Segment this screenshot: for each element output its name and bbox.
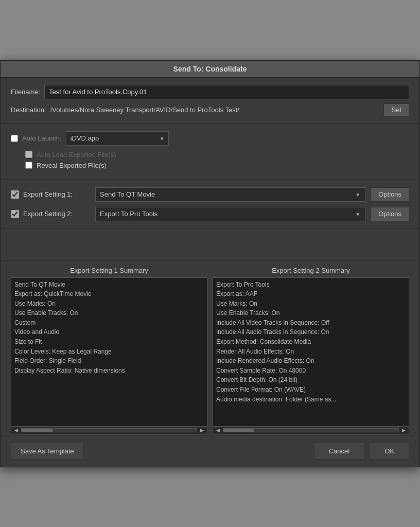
scroll-track-2[interactable]: [223, 428, 399, 432]
destination-label: Destination:: [11, 106, 46, 114]
set-button[interactable]: Set: [383, 103, 409, 116]
scroll-right-1-icon[interactable]: ▶: [198, 428, 206, 433]
scroll-thumb-1[interactable]: [22, 429, 52, 432]
scroll-thumb-2[interactable]: [223, 429, 254, 432]
export-setting-2-label: Export Setting 2:: [23, 210, 90, 218]
summary-2-line: Convert Sample Rate: On 48000: [216, 366, 406, 376]
filename-input[interactable]: [44, 85, 409, 99]
summary-1-box[interactable]: Send To QT MovieExport as: QuickTime Mov…: [11, 277, 207, 427]
summary-2-line: Export as: AAF: [216, 289, 406, 299]
summary-1-line: Use Enable Tracks: On: [14, 308, 204, 318]
summary-2-line: Export To Pro Tools: [216, 280, 406, 290]
summary-1-line: Custom: [14, 318, 204, 328]
summary-1-line: Video and Audio: [14, 327, 204, 337]
summary-2-scrollbar[interactable]: ◀ ▶: [213, 427, 409, 435]
ok-button[interactable]: OK: [370, 443, 409, 460]
export-setting-1-label: Export Setting 1:: [23, 190, 90, 198]
export-setting-2-options-button[interactable]: Options: [371, 207, 409, 221]
summary-1-line: Send To QT Movie: [14, 280, 204, 290]
scroll-track-1[interactable]: [21, 428, 197, 432]
summary-panel-1: Export Setting 1 Summary Send To QT Movi…: [11, 267, 207, 435]
export-setting-1-dropdown[interactable]: Send To QT Movie: [95, 187, 365, 202]
save-as-template-button[interactable]: Save As Template: [11, 443, 84, 460]
summary-2-line: Convert Bit Depth: On (24 bit): [216, 375, 406, 385]
scroll-right-2-icon[interactable]: ▶: [400, 428, 408, 433]
export-setting-1-options-button[interactable]: Options: [371, 187, 409, 202]
scroll-left-2-icon[interactable]: ◀: [214, 428, 222, 433]
summary-2-line: Convert File Format: On (WAVE): [216, 385, 406, 395]
summary-1-scrollbar[interactable]: ◀ ▶: [11, 427, 207, 435]
cancel-button[interactable]: Cancel: [314, 443, 364, 460]
summary-1-line: Color Levels: Keep as Legal Range: [14, 347, 204, 357]
summary-1-title: Export Setting 1 Summary: [11, 267, 207, 274]
summary-2-line: Export Method: Consolidate Media: [216, 337, 406, 347]
auto-launch-app-dropdown[interactable]: iDVD.app: [66, 131, 169, 146]
summary-1-line: Export as: QuickTime Movie: [14, 289, 204, 299]
summary-2-line: Use Marks: On: [216, 299, 406, 309]
summary-2-line: Use Enable Tracks: On: [216, 308, 406, 318]
send-to-consolidate-dialog: Send To: Consolidate Filename: Destinati…: [0, 60, 420, 467]
summary-1-line: Use Marks: On: [14, 299, 204, 309]
summary-2-line: Include All Audio Tracks in Sequence: On: [216, 327, 406, 337]
reveal-exported-checkbox[interactable]: [25, 162, 32, 169]
summary-2-line: Include All Video Tracks in Sequence: Of…: [216, 318, 406, 328]
summary-1-line: Field Order: Single Field: [14, 356, 204, 366]
summary-1-line: Display Aspect Ratio: Native dimensions: [14, 366, 204, 376]
summary-2-line: Audio media destination: Folder (Same as…: [216, 395, 406, 405]
export-setting-2-dropdown[interactable]: Export To Pro Tools: [95, 207, 365, 221]
destination-path: /Volumes/Nora Sweeney Transport/AVID/Sen…: [50, 106, 379, 114]
scroll-left-1-icon[interactable]: ◀: [12, 428, 20, 433]
reveal-exported-label: Reveal Exported File(s): [37, 162, 107, 169]
spacer: [1, 229, 419, 260]
auto-launch-checkbox[interactable]: [11, 135, 18, 142]
auto-load-label: Auto Load Exported File(s): [37, 151, 116, 159]
auto-launch-label: Auto Launch:: [22, 134, 62, 142]
dialog-title: Send To: Consolidate: [1, 61, 419, 78]
summary-2-line: Include Rendered Audio Effects: On: [216, 356, 406, 366]
export-setting-1-checkbox[interactable]: [11, 190, 19, 199]
summary-section: Export Setting 1 Summary Send To QT Movi…: [1, 260, 419, 435]
filename-label: Filename:: [11, 88, 40, 96]
auto-load-checkbox[interactable]: [25, 151, 32, 158]
footer: Save As Template Cancel OK: [1, 435, 419, 467]
summary-2-line: Render All Audio Effects: On: [216, 347, 406, 357]
summary-1-line: Size to Fit: [14, 337, 204, 347]
summary-2-title: Export Setting 2 Summary: [213, 267, 409, 274]
export-setting-2-checkbox[interactable]: [11, 210, 19, 218]
summary-2-box[interactable]: Export To Pro ToolsExport as: AAFUse Mar…: [213, 277, 409, 427]
summary-panel-2: Export Setting 2 Summary Export To Pro T…: [213, 267, 409, 435]
